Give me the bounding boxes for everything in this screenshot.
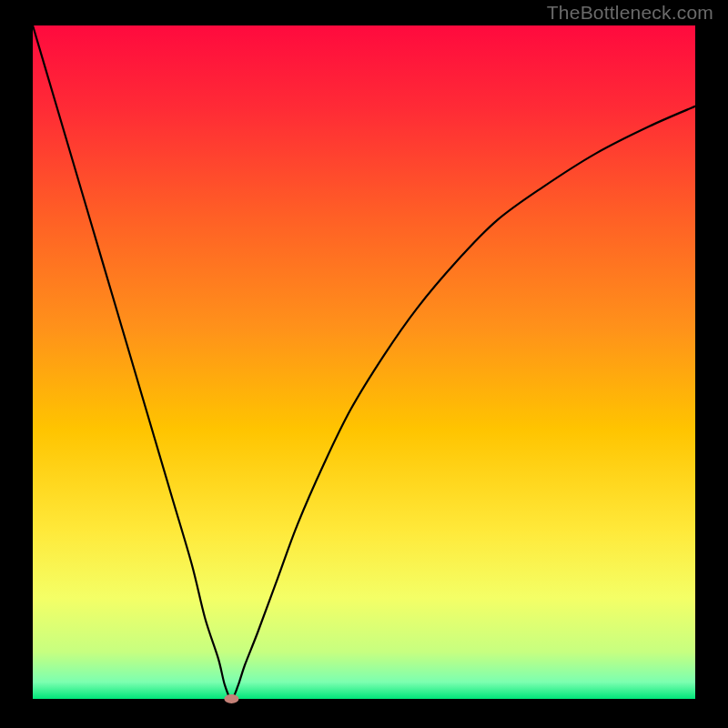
minimum-marker [224,694,238,703]
bottleneck-chart [0,0,728,728]
watermark-text: TheBottleneck.com [547,2,713,24]
chart-frame: TheBottleneck.com [0,0,728,728]
